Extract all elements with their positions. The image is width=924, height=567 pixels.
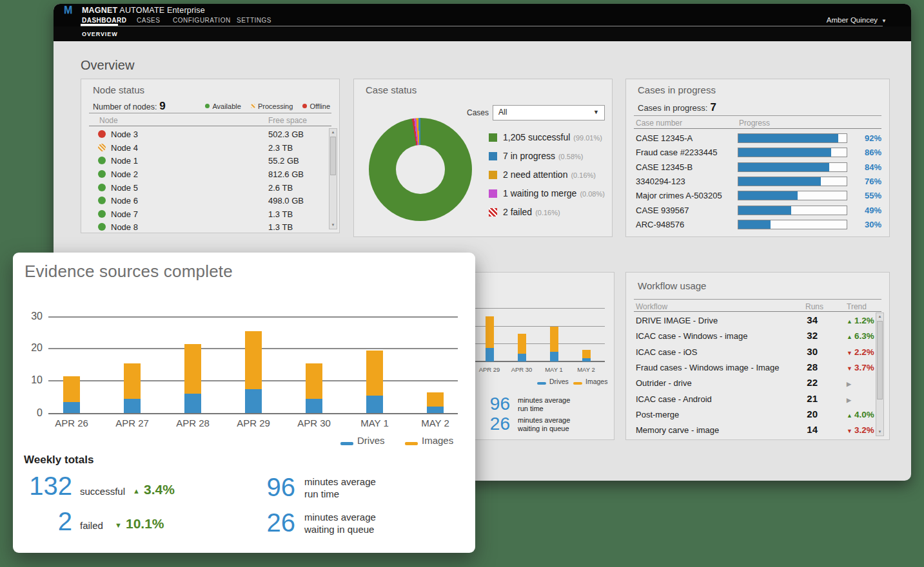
divider: [89, 126, 331, 126]
node-count: Number of nodes:9: [93, 100, 166, 113]
node-status-dot: [98, 130, 106, 138]
x-tick-label: MAY 2: [413, 418, 458, 428]
x-tick-label: APR 26: [49, 418, 94, 428]
successful-label: successful: [80, 486, 125, 497]
x-tick-label: MAY 1: [540, 366, 568, 373]
subnav-overview[interactable]: OVERVIEW: [82, 31, 118, 37]
legend-item: Images: [405, 435, 453, 448]
table-row: CASE 12345-A92%: [626, 132, 889, 146]
legend-item: Drives: [340, 435, 385, 448]
tab-cases[interactable]: CASES: [137, 17, 160, 24]
trend-arrow-icon: ▶: [847, 397, 851, 403]
weekly-totals-title: Weekly totals: [24, 454, 93, 466]
progress-bar: [738, 148, 847, 157]
table-row: Fraud case #223344586%: [626, 146, 889, 160]
progress-bar: [738, 133, 847, 143]
stacked-bar: [366, 351, 383, 414]
table-row: 3340294-12376%: [626, 175, 889, 189]
table-row: Node 6498.0 GB: [89, 195, 325, 208]
stacked-bar: [63, 376, 80, 414]
node-status-legend: Available Processing Offline: [197, 102, 330, 110]
table-row: Major crimes A-50320555%: [626, 189, 889, 204]
tab-settings[interactable]: SETTINGS: [237, 17, 271, 24]
scrollbar[interactable]: ▲ ▼: [876, 312, 884, 436]
table-row: ICAC case - iOS30▼2.2%: [626, 345, 889, 361]
chevron-down-icon: ▼: [881, 18, 887, 24]
node-status-dot: [98, 184, 106, 191]
node-status-dot: [98, 223, 106, 231]
waiting-to-merge-swatch-icon: [489, 189, 497, 198]
app-title: MAGNET AUTOMATE Enterprise: [82, 6, 205, 15]
column-header-progress: Progress: [739, 119, 770, 128]
progress-bar: [738, 162, 847, 172]
table-row: Memory carve - image14▼3.2%: [626, 423, 889, 439]
app-header: M MAGNET AUTOMATE Enterprise DASHBOARD C…: [54, 4, 911, 41]
scrollbar-thumb[interactable]: [877, 321, 883, 399]
sub-nav-bar: OVERVIEW: [54, 26, 911, 41]
x-tick-label: MAY 1: [352, 418, 397, 428]
table-row: CASE 93956749%: [626, 204, 889, 218]
stacked-bar: [486, 316, 494, 361]
node-status-dot: [98, 197, 106, 204]
scroll-down-icon[interactable]: ▼: [329, 222, 337, 229]
scroll-down-icon[interactable]: ▼: [876, 428, 883, 436]
x-tick-label: APR 28: [170, 418, 215, 428]
tab-configuration[interactable]: CONFIGURATION: [173, 17, 231, 24]
case-status-panel: Case status Cases All ▼ 1,205 successful…: [353, 79, 613, 237]
cases-count: Cases in progress:7: [638, 101, 716, 114]
x-tick-label: MAY 2: [572, 366, 600, 373]
evidence-overlay-chart: [13, 253, 475, 413]
legend-item: 2 need attention(0.16%): [489, 169, 596, 182]
user-menu[interactable]: Amber Quincey▼: [827, 16, 887, 24]
scrollbar-thumb[interactable]: [330, 137, 336, 175]
stacked-bar: [582, 350, 591, 361]
cases-filter-dropdown[interactable]: All ▼: [493, 105, 605, 120]
panel-title: Cases in progress: [638, 84, 716, 95]
in-progress-swatch-icon: [489, 152, 497, 160]
table-row: ARC-94857630%: [626, 218, 889, 233]
trend-arrow-icon: ▼: [847, 365, 852, 372]
successful-swatch-icon: [489, 133, 497, 142]
queue-label: minutes averagewaiting in queue: [304, 511, 376, 535]
scroll-up-icon[interactable]: ▲: [876, 313, 883, 320]
column-header-node: Node: [99, 116, 118, 125]
table-row: ICAC case - Windows - image32▲6.3%: [626, 329, 889, 345]
table-row: Outrider - drive22▶: [626, 376, 889, 392]
table-row: Post-merge20▲4.0%: [626, 408, 889, 423]
workflow-usage-panel: Workflow usage Workflow Runs Trend DRIVE…: [625, 272, 890, 440]
x-axis-line: [48, 413, 458, 414]
table-row: CASE 12345-B84%: [626, 161, 889, 175]
stacked-bar: [306, 363, 322, 414]
scrollbar[interactable]: ▲ ▼: [329, 128, 337, 229]
case-status-donut-chart: [369, 118, 472, 221]
successful-delta: 3.4%: [144, 482, 175, 497]
divider: [634, 115, 881, 116]
divider: [634, 299, 881, 300]
trend-arrow-icon: ▼: [847, 428, 852, 434]
progress-bar: [738, 191, 847, 200]
legend-item: 1 waiting to merge(0.08%): [489, 187, 605, 200]
table-row: Node 81.3 TB: [89, 221, 325, 235]
x-tick-label: APR 30: [291, 418, 337, 428]
divider: [634, 311, 881, 312]
panel-title: Case status: [366, 84, 417, 95]
need-attention-swatch-icon: [489, 171, 497, 179]
trend-arrow-icon: ▲: [847, 334, 852, 340]
x-tick-label: APR 29: [231, 418, 276, 428]
run-time-label: minutes averagerun time: [518, 396, 570, 413]
table-row: Node 71.3 TB: [89, 208, 325, 222]
divider: [89, 113, 331, 113]
scroll-up-icon[interactable]: ▲: [329, 129, 337, 136]
drives-swatch-icon: [537, 382, 546, 385]
queue-stat: 26: [481, 414, 510, 434]
tab-dashboard[interactable]: DASHBOARD: [82, 17, 127, 24]
stacked-bar: [550, 327, 558, 361]
node-status-dot: [98, 144, 106, 151]
column-header-workflow: Workflow: [636, 302, 667, 311]
panel-title: Node status: [93, 84, 144, 95]
processing-dot-icon: [251, 104, 255, 108]
node-status-dot: [98, 170, 106, 178]
node-status-panel: Node status Number of nodes:9 Available …: [81, 79, 340, 233]
stacked-bar: [518, 334, 526, 361]
legend-item: 7 in progress(0.58%): [489, 150, 583, 163]
